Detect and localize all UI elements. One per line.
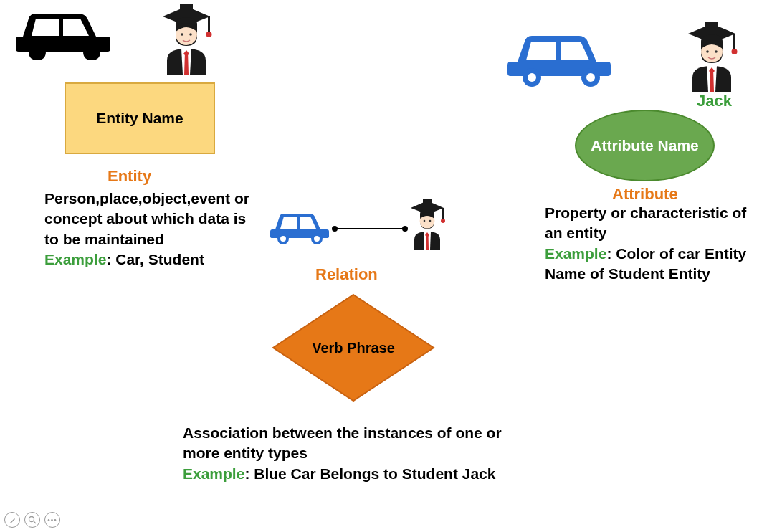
svg-point-32 [429,220,432,222]
svg-point-31 [424,220,426,222]
svg-rect-15 [705,22,718,28]
svg-point-17 [732,49,738,54]
svg-rect-28 [442,208,444,219]
car-icon-black [9,4,116,68]
relation-title: Relation [315,265,378,284]
relation-shape-diamond: Verb Phrase [267,290,439,405]
jack-label: Jack [697,92,732,110]
svg-point-24 [280,236,286,242]
attribute-title: Attribute [612,185,678,204]
entity-shape-label: Entity Name [96,110,183,127]
svg-point-0 [29,44,45,60]
svg-rect-16 [733,34,735,49]
attribute-shape-oval: Attribute Name [575,110,715,181]
attribute-desc-text: Property or characteristic of an entity [545,204,746,241]
relation-connector-dot-left [332,226,338,232]
svg-point-7 [181,33,183,36]
entity-example-label: Example [44,251,106,267]
relation-description: Association between the instances of one… [183,423,541,484]
svg-point-12 [528,73,536,82]
entity-description: Person,place,object,event or concept abo… [44,189,256,270]
svg-line-36 [34,521,36,523]
svg-rect-3 [180,4,193,11]
svg-point-35 [29,517,34,522]
car-icon-blue-small [265,208,333,250]
pen-tool-button[interactable] [4,512,20,528]
student-icon-small [405,199,449,254]
more-tool-button[interactable]: ••• [44,512,60,528]
bottom-toolbar: ••• [4,512,65,528]
svg-point-8 [189,33,192,36]
zoom-tool-button[interactable] [24,512,40,528]
student-icon [154,4,219,79]
attribute-shape-label: Attribute Name [591,137,699,154]
entity-example-text: : Car, Student [106,251,204,267]
svg-point-20 [715,50,718,53]
svg-rect-4 [208,16,210,32]
svg-point-13 [586,73,595,82]
relation-desc-text: Association between the instances of one… [183,424,502,461]
entity-desc-text: Person,place,object,event or concept abo… [44,190,249,247]
attribute-description: Property or characteristic of an entity … [545,203,767,284]
relation-shape-label: Verb Phrase [312,339,395,356]
relation-connector-line [333,228,405,229]
svg-point-5 [206,32,212,37]
attribute-example-label: Example [545,245,606,262]
svg-point-29 [441,219,445,223]
student-icon-right [680,22,744,96]
relation-example-label: Example [183,465,244,482]
entity-title: Entity [108,167,151,186]
car-icon-blue-large [502,27,616,93]
svg-point-25 [314,236,320,242]
svg-point-1 [84,44,100,60]
relation-example-text: : Blue Car Belongs to Student Jack [244,465,495,482]
svg-rect-27 [423,199,432,204]
svg-point-19 [706,50,709,53]
entity-shape-rectangle: Entity Name [65,82,215,154]
